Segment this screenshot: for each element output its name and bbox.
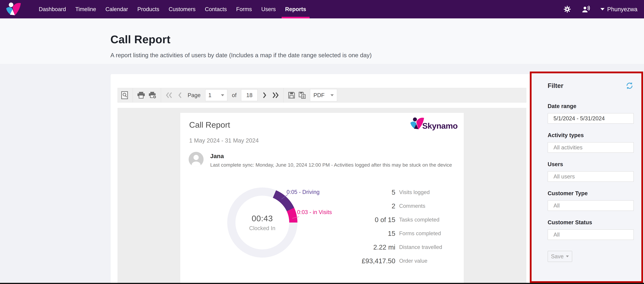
report-title: Call Report (189, 120, 230, 130)
filter-group-customer-status: Customer Status All (548, 219, 634, 240)
customer-status-input[interactable]: All (548, 229, 634, 240)
nav-item-forms[interactable]: Forms (232, 0, 257, 18)
nav-item-dashboard[interactable]: Dashboard (34, 0, 71, 18)
total-pages-box[interactable]: 18 (241, 89, 258, 101)
report-date-range: 1 May 2024 - 31 May 2024 (189, 137, 259, 144)
stat-value: 2.22 mi (348, 243, 396, 251)
users-label: Users (548, 161, 634, 167)
stat-value: 5 (348, 188, 396, 196)
activity-types-value: All activities (554, 144, 582, 151)
nav-item-customers[interactable]: Customers (164, 0, 200, 18)
settings-button[interactable] (563, 5, 572, 13)
print-setup-button[interactable] (147, 89, 158, 101)
page-select[interactable]: 1 (205, 89, 227, 101)
driving-segment-label: 0:05 - Driving (286, 189, 320, 195)
printer-setup-icon (148, 91, 156, 99)
customer-type-input[interactable]: All (548, 200, 634, 211)
toolbar-divider (284, 88, 284, 102)
page-select-caret-icon (221, 94, 224, 96)
top-navbar: Dashboard Timeline Calendar Products Cus… (0, 0, 644, 18)
stat-label: Order value (399, 258, 428, 264)
page-subtitle: A report listing the activities of users… (110, 52, 644, 59)
main-content: Page 1 of 18 (0, 64, 644, 283)
donut-center: 00:43 Clocked In (236, 196, 289, 249)
print-button[interactable] (136, 89, 147, 101)
filter-group-customer-type: Customer Type All (548, 190, 634, 211)
nav-item-products[interactable]: Products (133, 0, 164, 18)
user-avatar (189, 152, 204, 167)
nav-item-contacts[interactable]: Contacts (200, 0, 232, 18)
export-format-select[interactable]: PDF (310, 89, 337, 101)
page-header: Call Report A report listing the activit… (0, 18, 644, 64)
stat-label: Tasks completed (399, 217, 440, 223)
visits-segment-label: 0:03 - in Visits (297, 209, 332, 215)
filter-group-activity-types: Activity types All activities (548, 132, 634, 153)
activity-types-input[interactable]: All activities (548, 142, 634, 153)
printer-icon (137, 92, 145, 99)
stat-label: Visits logged (399, 189, 430, 195)
total-pages-value: 18 (246, 92, 252, 98)
nav-item-timeline[interactable]: Timeline (71, 0, 101, 18)
stat-label: Forms completed (399, 230, 441, 237)
save-filter-button[interactable]: Save (548, 251, 572, 262)
user-menu[interactable]: Phunyezwa (600, 6, 638, 12)
date-range-input[interactable]: 5/1/2024 - 5/31/2024 (548, 113, 634, 124)
clocked-in-time: 00:43 (252, 214, 273, 223)
report-user-sync-status: Last complete sync: Monday, June 10, 202… (210, 162, 452, 168)
activity-types-label: Activity types (548, 132, 634, 139)
filter-group-users: Users All users (548, 161, 634, 182)
customer-type-value: All (554, 203, 560, 209)
print-preview-button[interactable] (119, 89, 130, 101)
person-icon (189, 152, 204, 167)
stat-row-order-value: £93,417.50 Order value (348, 254, 442, 268)
stat-value: 0 of 15 (348, 216, 396, 224)
filter-panel: Filter Date range 5/1/2024 - 5/31/2024 A… (530, 72, 643, 283)
users-input[interactable]: All users (548, 171, 634, 182)
stat-row-tasks: 0 of 15 Tasks completed (348, 213, 442, 227)
clocked-in-label: Clocked In (249, 225, 276, 231)
nav-menu: Dashboard Timeline Calendar Products Cus… (34, 0, 311, 18)
refresh-icon (625, 81, 634, 90)
save-report-button[interactable] (286, 89, 297, 101)
stat-value: 15 (348, 230, 396, 237)
of-label: of (232, 92, 236, 98)
report-stats: 5 Visits logged 2 Comments 0 of 15 Tasks… (348, 185, 442, 268)
report-toolbar: Page 1 of 18 (118, 88, 526, 103)
last-page-button[interactable] (270, 89, 281, 101)
prev-page-button[interactable] (175, 89, 185, 101)
save-caret-icon (566, 256, 569, 257)
export-icon (298, 92, 306, 99)
next-page-button[interactable] (260, 89, 270, 101)
nav-item-users[interactable]: Users (257, 0, 280, 18)
next-page-icon (262, 92, 267, 99)
customer-status-label: Customer Status (548, 219, 634, 226)
nav-item-reports[interactable]: Reports (280, 0, 311, 18)
nav-item-calendar[interactable]: Calendar (101, 0, 133, 18)
report-user-name: Jana (210, 153, 224, 160)
users-value: All users (554, 173, 575, 180)
customer-status-value: All (554, 232, 560, 238)
export-button[interactable] (297, 89, 308, 101)
page-select-value: 1 (208, 92, 212, 98)
report-page: Call Report 1 May 2024 - 31 May 2024 Sky… (180, 113, 464, 283)
announcements-button[interactable] (582, 5, 590, 13)
first-page-button[interactable] (164, 89, 175, 101)
stat-value: £93,417.50 (348, 257, 396, 265)
toolbar-divider (161, 88, 161, 102)
refresh-button[interactable] (625, 81, 634, 90)
save-button-label: Save (551, 253, 564, 260)
date-range-value: 5/1/2024 - 5/31/2024 (554, 115, 605, 122)
skynamo-logo-icon (4, 2, 22, 16)
skynamo-logo-mark[interactable] (4, 0, 22, 18)
viewer-canvas: Call Report 1 May 2024 - 31 May 2024 Sky… (118, 108, 526, 283)
report-viewer-card: Page 1 of 18 (110, 74, 531, 283)
save-icon (288, 92, 295, 99)
date-range-label: Date range (548, 103, 634, 109)
customer-type-label: Customer Type (548, 190, 634, 197)
stat-label: Comments (399, 203, 426, 209)
report-brand-logo: Skynamo (409, 117, 458, 131)
brand-name: Skynamo (422, 121, 458, 131)
stat-row-forms: 15 Forms completed (348, 227, 442, 240)
first-page-icon (166, 92, 173, 99)
clocked-in-donut-chart: 00:43 Clocked In (227, 187, 298, 258)
